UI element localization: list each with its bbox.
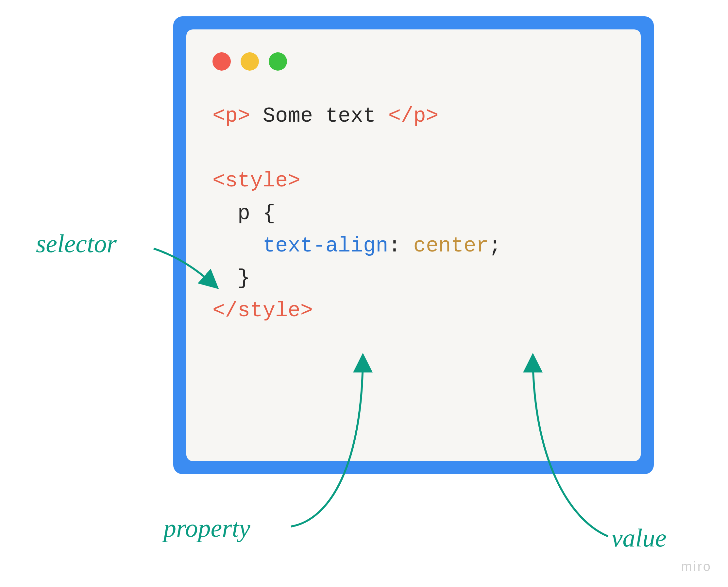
brace-open: { [250, 202, 275, 225]
code-window-panel: <p> Some text </p> <style> p { text-alig… [186, 29, 641, 461]
traffic-red-icon [213, 52, 231, 71]
css-property: text-align [263, 234, 388, 258]
traffic-green-icon [269, 52, 287, 71]
style-close-tag: </style> [213, 299, 313, 323]
css-selector: p [238, 202, 250, 225]
style-open-tag: <style> [213, 169, 300, 193]
window-traffic-lights [213, 52, 614, 71]
annotation-selector-label: selector [36, 229, 117, 258]
watermark: miro [681, 559, 712, 574]
html-open-tag: <p> [213, 104, 250, 128]
code-block: <p> Some text </p> <style> p { text-alig… [213, 100, 614, 327]
css-semicolon: ; [489, 234, 501, 258]
traffic-yellow-icon [241, 52, 259, 71]
css-value: center [414, 234, 489, 258]
diagram-canvas: <p> Some text </p> <style> p { text-alig… [0, 0, 728, 587]
css-colon: : [388, 234, 414, 258]
annotation-value-label: value [611, 523, 666, 553]
html-close-tag: </p> [388, 104, 439, 128]
html-text-content: Some text [250, 104, 388, 128]
code-window-frame: <p> Some text </p> <style> p { text-alig… [173, 16, 654, 474]
annotation-property-label: property [164, 513, 250, 543]
brace-close: } [238, 266, 250, 290]
